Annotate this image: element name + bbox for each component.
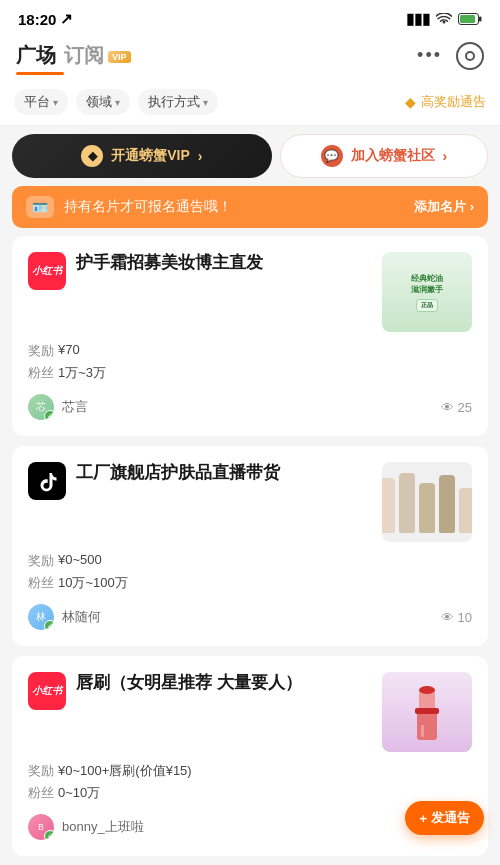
svg-rect-7 bbox=[421, 725, 424, 737]
signal-icon: ▮▮▮ bbox=[406, 10, 430, 28]
community-arrow-icon: › bbox=[443, 148, 448, 164]
wifi-icon bbox=[436, 11, 452, 28]
platform-icon-xhs-3: 小红书 bbox=[28, 672, 66, 710]
job-details-3: 奖励 ¥0~100+唇刷(价值¥15) 粉丝 0~10万 bbox=[28, 762, 472, 802]
job-title-3: 唇刷（女明星推荐 大量要人） bbox=[76, 672, 372, 694]
job-title-2: 工厂旗舰店护肤品直播带货 bbox=[76, 462, 372, 484]
tab-square[interactable]: 广场 bbox=[16, 40, 64, 71]
job-header-1: 小红书 护手霜招募美妆博主直发 经典蛇油滋润嫩手 正品 bbox=[28, 252, 472, 332]
svg-rect-5 bbox=[415, 708, 439, 714]
status-time: 18:20 bbox=[18, 11, 56, 28]
promo-row: ◆ 开通螃蟹VIP › 💬 加入螃蟹社区 › bbox=[0, 126, 500, 186]
eye-icon: 👁 bbox=[441, 610, 454, 625]
job-card-1[interactable]: 小红书 护手霜招募美妆博主直发 经典蛇油滋润嫩手 正品 奖励 ¥70 粉丝 bbox=[12, 236, 488, 436]
more-button[interactable]: ••• bbox=[417, 45, 442, 66]
tab-subscription[interactable]: 订阅VIP bbox=[64, 40, 139, 71]
plus-icon: + bbox=[419, 811, 427, 826]
verified-icon-1: ✓ bbox=[44, 410, 54, 420]
post-notice-button[interactable]: + 发通告 bbox=[405, 801, 484, 835]
svg-rect-2 bbox=[479, 16, 482, 21]
svg-rect-1 bbox=[460, 15, 475, 23]
job-details-1: 奖励 ¥70 粉丝 1万~3万 bbox=[28, 342, 472, 382]
verified-icon-2: ✓ bbox=[44, 620, 54, 630]
job-reward-1: ¥70 bbox=[58, 342, 80, 360]
battery-icon bbox=[458, 11, 482, 28]
card-banner[interactable]: 🪪 持有名片才可报名通告哦！ 添加名片 › bbox=[12, 186, 488, 228]
job-card-2[interactable]: 工厂旗舰店护肤品直播带货 奖励 ¥0~500 粉丝 10万~100万 bbox=[12, 446, 488, 646]
eye-icon: 👁 bbox=[441, 400, 454, 415]
vip-arrow-icon: › bbox=[198, 148, 203, 164]
status-direction: ↗ bbox=[60, 10, 73, 28]
filter-execution[interactable]: 执行方式 ▾ bbox=[138, 89, 218, 115]
job-fans-3: 0~10万 bbox=[58, 784, 100, 802]
job-image-3 bbox=[382, 672, 472, 752]
verified-icon-3: ✓ bbox=[44, 830, 54, 840]
scan-icon bbox=[465, 51, 475, 61]
job-reward-3: ¥0~100+唇刷(价值¥15) bbox=[58, 762, 192, 780]
card-banner-text: 持有名片才可报名通告哦！ bbox=[64, 198, 404, 216]
job-views-2: 👁 10 bbox=[441, 610, 472, 625]
svg-rect-3 bbox=[417, 710, 437, 740]
author-name-2: 林随何 bbox=[62, 608, 433, 626]
scan-button[interactable] bbox=[456, 42, 484, 70]
author-avatar-2: 林 ✓ bbox=[28, 604, 54, 630]
job-image-2 bbox=[382, 462, 472, 542]
card-icon: 🪪 bbox=[26, 196, 54, 218]
vip-icon: ◆ bbox=[81, 145, 103, 167]
high-reward-filter[interactable]: ◆ 高奖励通告 bbox=[405, 93, 486, 111]
filter-domain[interactable]: 领域 ▾ bbox=[76, 89, 130, 115]
author-avatar-1: 芯 ✓ bbox=[28, 394, 54, 420]
chevron-down-icon: ▾ bbox=[203, 97, 208, 108]
vip-badge: VIP bbox=[108, 51, 131, 63]
job-fans-2: 10万~100万 bbox=[58, 574, 128, 592]
chevron-down-icon: ▾ bbox=[115, 97, 120, 108]
job-header-3: 小红书 唇刷（女明星推荐 大量要人） bbox=[28, 672, 472, 752]
job-reward-2: ¥0~500 bbox=[58, 552, 102, 570]
job-footer-2: 林 ✓ 林随何 👁 10 bbox=[28, 604, 472, 630]
job-header-2: 工厂旗舰店护肤品直播带货 bbox=[28, 462, 472, 542]
author-name-1: 芯言 bbox=[62, 398, 433, 416]
svg-point-6 bbox=[419, 686, 435, 694]
platform-icon-tiktok bbox=[28, 462, 66, 500]
status-bar: 18:20 ↗ ▮▮▮ bbox=[0, 0, 500, 34]
vip-promo-text: 开通螃蟹VIP bbox=[111, 147, 190, 165]
filter-bar: 平台 ▾ 领域 ▾ 执行方式 ▾ ◆ 高奖励通告 bbox=[0, 81, 500, 126]
community-promo-text: 加入螃蟹社区 bbox=[351, 147, 435, 165]
job-title-1: 护手霜招募美妆博主直发 bbox=[76, 252, 372, 274]
nav-bar: 广场 订阅VIP ••• bbox=[0, 34, 500, 81]
job-image-1: 经典蛇油滋润嫩手 正品 bbox=[382, 252, 472, 332]
job-fans-1: 1万~3万 bbox=[58, 364, 106, 382]
chevron-down-icon: ▾ bbox=[53, 97, 58, 108]
job-footer-1: 芯 ✓ 芯言 👁 25 bbox=[28, 394, 472, 420]
author-name-3: bonny_上班啦 bbox=[62, 818, 425, 836]
author-avatar-3: B ✓ bbox=[28, 814, 54, 840]
open-vip-button[interactable]: ◆ 开通螃蟹VIP › bbox=[12, 134, 272, 178]
platform-icon-xhs: 小红书 bbox=[28, 252, 66, 290]
diamond-icon: ◆ bbox=[405, 94, 416, 110]
content-area: ◆ 开通螃蟹VIP › 💬 加入螃蟹社区 › 🪪 持有名片才可报名通告哦！ 添加… bbox=[0, 126, 500, 856]
add-card-link[interactable]: 添加名片 › bbox=[414, 198, 474, 216]
status-icons: ▮▮▮ bbox=[406, 10, 482, 28]
join-community-button[interactable]: 💬 加入螃蟹社区 › bbox=[280, 134, 488, 178]
job-details-2: 奖励 ¥0~500 粉丝 10万~100万 bbox=[28, 552, 472, 592]
filter-platform[interactable]: 平台 ▾ bbox=[14, 89, 68, 115]
float-btn-label: 发通告 bbox=[431, 809, 470, 827]
chat-icon: 💬 bbox=[321, 145, 343, 167]
job-views-1: 👁 25 bbox=[441, 400, 472, 415]
